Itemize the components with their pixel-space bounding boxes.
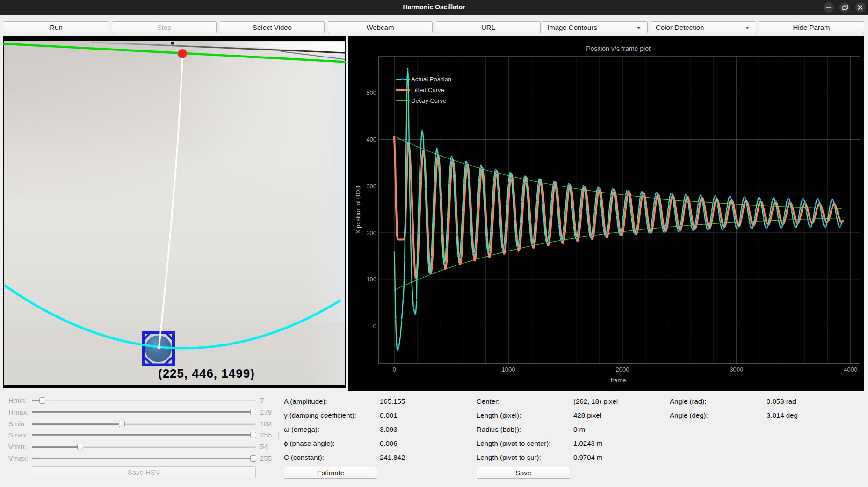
svg-text:500: 500 [366,89,376,96]
svg-text:Actual Position: Actual Position [411,76,451,83]
svg-text:(225, 446, 1499): (225, 446, 1499) [158,366,255,380]
svg-text:Fitted Curve: Fitted Curve [411,86,444,93]
svg-text:300: 300 [366,183,376,190]
svg-text:4000: 4000 [844,366,857,373]
svg-text:200: 200 [366,229,376,236]
svg-text:X position of BOB: X position of BOB [354,186,362,234]
svg-text:Position v/s frame plot: Position v/s frame plot [586,45,651,52]
svg-text:2000: 2000 [615,366,629,373]
svg-text:frame: frame [610,377,626,384]
svg-text:100: 100 [366,276,376,283]
svg-text:0: 0 [392,366,396,373]
svg-text:3000: 3000 [730,366,743,373]
svg-text:1000: 1000 [502,366,515,373]
svg-text:Decay Curve: Decay Curve [411,97,446,104]
svg-text:400: 400 [366,136,376,143]
svg-text:0: 0 [373,322,376,329]
